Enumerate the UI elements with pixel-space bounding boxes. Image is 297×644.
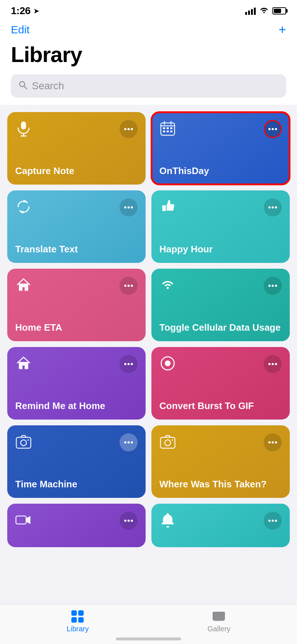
card-label-where-taken: Where Was This Taken?	[159, 478, 282, 490]
page-title-section: Library	[0, 40, 297, 74]
battery-icon	[272, 7, 286, 15]
svg-rect-24	[16, 516, 26, 524]
arrows-rotate-icon	[15, 198, 32, 219]
mic-icon	[15, 120, 32, 140]
card-label-time-machine: Time Machine	[15, 478, 138, 490]
svg-rect-11	[170, 127, 172, 129]
svg-rect-14	[170, 131, 172, 132]
bell-icon	[159, 512, 176, 532]
shortcut-card-remind-home[interactable]: Remind Me at Home	[7, 347, 146, 420]
search-bar[interactable]: Search	[11, 74, 286, 98]
camera-icon-where-taken	[159, 433, 176, 454]
home-indicator	[116, 637, 181, 640]
shortcut-card-time-machine[interactable]: Time Machine	[7, 425, 146, 498]
more-button-remind-home[interactable]	[120, 355, 138, 373]
svg-point-17	[165, 360, 171, 366]
more-button-toggle-cellular[interactable]	[264, 277, 282, 295]
status-icons	[245, 6, 286, 16]
more-button-time-machine[interactable]	[120, 433, 138, 451]
svg-line-1	[24, 86, 27, 89]
gallery-stack-icon	[213, 610, 225, 623]
card-label-capture-note: Capture Note	[15, 165, 138, 177]
svg-rect-15	[162, 205, 166, 211]
svg-rect-13	[167, 131, 169, 132]
more-button-happy-hour[interactable]	[264, 198, 282, 216]
card-label-on-this-day: OnThisDay	[159, 165, 282, 177]
svg-point-22	[165, 440, 171, 446]
shortcuts-grid: Capture Note	[0, 105, 297, 554]
card-label-translate-text: Translate Text	[15, 243, 138, 255]
more-button-where-taken[interactable]	[264, 433, 282, 451]
house-icon-remind	[15, 355, 32, 375]
calendar-icon	[159, 120, 176, 140]
house-icon-home-eta	[15, 277, 32, 297]
shortcut-card-capture-note[interactable]: Capture Note	[7, 112, 146, 185]
shortcut-card-toggle-cellular[interactable]: Toggle Cellular Data Usage	[151, 269, 290, 341]
more-button-convert-burst[interactable]	[264, 355, 282, 373]
shortcut-card-convert-burst[interactable]: Convert Burst To GIF	[151, 347, 290, 420]
svg-rect-21	[160, 437, 175, 448]
more-button-home-eta[interactable]	[120, 277, 138, 295]
shortcut-card-on-this-day[interactable]: OnThisDay	[151, 112, 290, 185]
shortcut-card-bell[interactable]	[151, 504, 290, 547]
svg-rect-20	[28, 439, 29, 441]
more-button-video[interactable]	[120, 512, 138, 530]
svg-rect-10	[167, 127, 169, 129]
svg-rect-18	[16, 437, 31, 448]
more-button-bell[interactable]	[264, 512, 282, 530]
svg-rect-23	[172, 439, 173, 441]
search-icon	[18, 80, 28, 92]
location-icon: ➤	[33, 7, 39, 15]
card-label-home-eta: Home ETA	[15, 322, 138, 334]
svg-rect-27	[213, 612, 225, 620]
wifi-icon	[259, 6, 269, 16]
svg-rect-12	[163, 131, 165, 132]
search-section: Search	[0, 74, 297, 105]
tab-gallery[interactable]: Gallery	[208, 610, 230, 633]
status-bar: 1:26 ➤	[0, 0, 297, 20]
shortcut-card-home-eta[interactable]: Home ETA	[7, 269, 146, 341]
shortcut-card-happy-hour[interactable]: Happy Hour	[151, 190, 290, 263]
shortcut-card-where-taken[interactable]: Where Was This Taken?	[151, 425, 290, 498]
card-label-remind-home: Remind Me at Home	[15, 400, 138, 412]
edit-button[interactable]: Edit	[11, 24, 30, 36]
add-shortcut-button[interactable]: +	[279, 23, 286, 36]
more-button-capture-note[interactable]	[120, 120, 138, 138]
video-icon	[15, 512, 32, 532]
tab-gallery-label: Gallery	[208, 625, 230, 633]
tab-library[interactable]: Library	[67, 610, 89, 633]
card-label-convert-burst: Convert Burst To GIF	[159, 400, 282, 412]
page-title: Library	[11, 42, 286, 67]
search-placeholder: Search	[32, 80, 64, 92]
more-button-on-this-day[interactable]	[264, 120, 282, 138]
shortcut-card-translate-text[interactable]: Translate Text	[7, 190, 146, 263]
svg-point-19	[21, 440, 26, 446]
more-button-translate-text[interactable]	[120, 198, 138, 216]
shortcut-card-video[interactable]	[7, 504, 146, 547]
status-time: 1:26	[11, 5, 30, 17]
library-grid-icon	[71, 610, 84, 623]
thumbs-up-icon	[159, 198, 176, 219]
camera-icon-time-machine	[15, 433, 32, 454]
svg-rect-9	[163, 127, 165, 129]
card-label-toggle-cellular: Toggle Cellular Data Usage	[159, 322, 282, 334]
signal-bars	[245, 7, 256, 15]
card-label-happy-hour: Happy Hour	[159, 243, 282, 255]
wifi-icon-cellular	[159, 277, 176, 297]
tab-library-label: Library	[67, 625, 89, 633]
svg-rect-2	[21, 121, 26, 129]
record-icon	[159, 355, 176, 375]
top-nav: Edit +	[0, 20, 297, 40]
